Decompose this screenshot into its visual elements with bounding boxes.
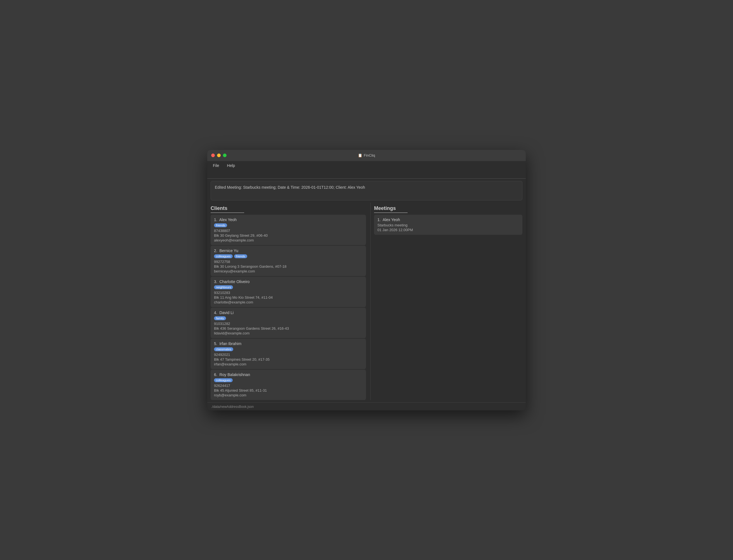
client-phone-3: 93210283 [214, 291, 362, 295]
client-card-4[interactable]: 4. David Li family 91031282 Blk 436 Sera… [211, 308, 366, 338]
title-text: FinCliq [364, 153, 375, 157]
client-phone-1: 87438807 [214, 229, 362, 233]
minimize-button[interactable] [217, 154, 221, 157]
client-tags-4: family [214, 316, 362, 320]
client-address-6: Blk 45 Aljunied Street 85, #11-31 [214, 388, 362, 393]
meeting-client-1: 1. Alex Yeoh [378, 217, 519, 222]
main-content: Clients 1. Alex Yeoh friends 87438807 Bl… [207, 203, 526, 402]
meetings-list: 1. Alex Yeoh Starbucks meeting 01 Jan 20… [374, 215, 522, 400]
tag-friends-2: friends [234, 254, 247, 258]
title-bar: 📋 FinCliq [207, 150, 526, 161]
meetings-panel: Meetings 1. Alex Yeoh Starbucks meeting … [374, 203, 522, 400]
status-text: ./data/newAddressBook.json [211, 405, 254, 409]
status-bar: ./data/newAddressBook.json [207, 402, 526, 410]
client-tags-3: neighbours [214, 285, 362, 289]
client-card-6[interactable]: 6. Roy Balakrishnan colleagues 92624417 … [211, 370, 366, 400]
client-tags-5: classmates [214, 347, 362, 351]
window-title: 📋 FinCliq [358, 153, 375, 157]
client-name-3: 3. Charlotte Oliveiro [214, 279, 362, 284]
app-window: 📋 FinCliq File Help Edited Meeting: Star… [207, 150, 526, 410]
clients-list: 1. Alex Yeoh friends 87438807 Blk 30 Gey… [211, 215, 367, 400]
client-name-5: 5. Irfan Ibrahim [214, 341, 362, 346]
menu-file[interactable]: File [212, 163, 220, 168]
client-tags-1: friends [214, 223, 362, 227]
client-name-4: 4. David Li [214, 310, 362, 315]
output-area: Edited Meeting: Starbucks meeting; Date … [211, 181, 522, 200]
search-bar [207, 170, 526, 179]
client-email-4: lidavid@example.com [214, 331, 362, 335]
client-phone-2: 99272758 [214, 260, 362, 264]
client-phone-6: 92624417 [214, 384, 362, 388]
tag-colleagues-6: colleagues [214, 378, 233, 382]
client-tags-2: colleagues friends [214, 254, 362, 258]
clients-header: Clients [211, 203, 244, 213]
client-card-5[interactable]: 5. Irfan Ibrahim classmates 92492021 Blk… [211, 339, 366, 369]
tag-neighbours-3: neighbours [214, 285, 233, 289]
client-email-3: charlotte@example.com [214, 300, 362, 304]
close-button[interactable] [211, 154, 215, 157]
panel-divider [371, 203, 371, 400]
client-card-2[interactable]: 2. Bernice Yu colleagues friends 9927275… [211, 246, 366, 276]
output-text: Edited Meeting: Starbucks meeting; Date … [215, 185, 365, 190]
client-email-5: irfan@example.com [214, 362, 362, 366]
tag-classmates-5: classmates [214, 347, 233, 351]
client-tags-6: colleagues [214, 378, 362, 382]
menu-bar: File Help [207, 161, 526, 170]
menu-help[interactable]: Help [226, 163, 236, 168]
client-address-2: Blk 30 Lorong 3 Serangoon Gardens, #07-1… [214, 264, 362, 269]
tag-friends: friends [214, 223, 227, 227]
client-email-6: royb@example.com [214, 393, 362, 397]
clients-panel: Clients 1. Alex Yeoh friends 87438807 Bl… [211, 203, 367, 400]
client-address-5: Blk 47 Tampines Street 20, #17-35 [214, 357, 362, 362]
client-email-2: berniceyu@example.com [214, 269, 362, 273]
client-card-1[interactable]: 1. Alex Yeoh friends 87438807 Blk 30 Gey… [211, 215, 366, 245]
meeting-card-1[interactable]: 1. Alex Yeoh Starbucks meeting 01 Jan 20… [374, 215, 522, 235]
meeting-datetime-1: 01 Jan 2026 12.00PM [378, 228, 519, 232]
client-email-1: alexyeoh@example.com [214, 238, 362, 242]
client-address-4: Blk 436 Serangoon Gardens Street 26, #16… [214, 326, 362, 331]
maximize-button[interactable] [223, 154, 226, 157]
search-input[interactable] [212, 172, 521, 177]
tag-colleagues-2: colleagues [214, 254, 233, 258]
client-phone-5: 92492021 [214, 353, 362, 357]
traffic-lights [211, 154, 226, 157]
client-name-1: 1. Alex Yeoh [214, 217, 362, 222]
client-address-3: Blk 11 Ang Mo Kio Street 74, #11-04 [214, 295, 362, 300]
client-phone-4: 91031282 [214, 322, 362, 326]
client-address-1: Blk 30 Geylang Street 29, #06-40 [214, 233, 362, 238]
client-name-6: 6. Roy Balakrishnan [214, 372, 362, 377]
title-icon: 📋 [358, 153, 362, 157]
meeting-title-1: Starbucks meeting [378, 223, 519, 227]
meetings-header: Meetings [374, 203, 408, 213]
tag-family-4: family [214, 316, 226, 320]
client-card-3[interactable]: 3. Charlotte Oliveiro neighbours 9321028… [211, 277, 366, 307]
client-name-2: 2. Bernice Yu [214, 248, 362, 253]
